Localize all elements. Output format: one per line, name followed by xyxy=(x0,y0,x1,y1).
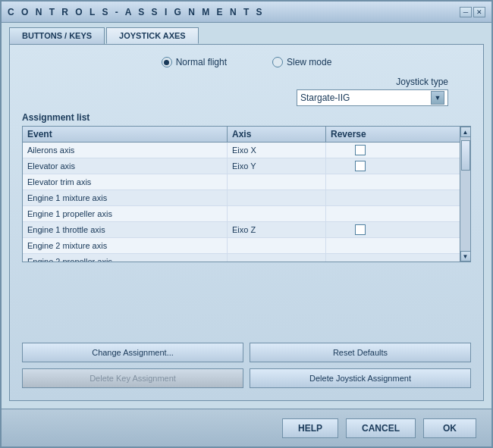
cell-reverse xyxy=(326,238,394,253)
cell-event: Engine 2 mixture axis xyxy=(23,238,228,253)
table-row[interactable]: Elevator trim axis xyxy=(23,174,460,190)
dropdown-arrow-icon[interactable]: ▼ xyxy=(431,91,444,105)
tab-joystick-axes[interactable]: JOYSTICK AXES xyxy=(106,27,199,44)
minimize-button[interactable]: ─ xyxy=(460,7,472,17)
cell-axis xyxy=(228,254,326,262)
close-button[interactable]: ✕ xyxy=(473,7,485,17)
joystick-type-value: Stargate-IIG xyxy=(300,92,350,103)
table-scrollbar[interactable]: ▲ ▼ xyxy=(460,127,470,262)
cell-reverse xyxy=(326,206,394,221)
delete-key-assignment-button[interactable]: Delete Key Assignment xyxy=(22,368,243,388)
cell-axis: Eixo X xyxy=(228,143,326,158)
normal-flight-label: Normal flight xyxy=(176,57,227,67)
help-button[interactable]: HELP xyxy=(282,418,338,438)
cell-axis xyxy=(228,206,326,221)
mode-selection: Normal flight Slew mode xyxy=(22,54,471,70)
assignment-list-label: Assignment list xyxy=(22,112,471,123)
content-area: Normal flight Slew mode Joystick type St… xyxy=(9,44,484,401)
assignment-table: Event Axis Reverse Ailerons axis Eixo X xyxy=(22,126,471,262)
cell-event: Elevator axis xyxy=(23,158,228,174)
title-bar: C O N T R O L S - A S S I G N M E N T S … xyxy=(2,2,491,23)
column-event: Event xyxy=(23,127,228,142)
bottom-bar: HELP CANCEL OK xyxy=(2,409,491,446)
table-row[interactable]: Ailerons axis Eixo X xyxy=(23,143,460,158)
table-row[interactable]: Engine 1 propeller axis xyxy=(23,206,460,222)
window-title: C O N T R O L S - A S S I G N M E N T S xyxy=(8,7,265,17)
table-content: Event Axis Reverse Ailerons axis Eixo X xyxy=(23,127,460,262)
cell-event: Engine 2 propeller axis xyxy=(23,254,228,262)
cell-event: Engine 1 mixture axis xyxy=(23,190,228,205)
cancel-button[interactable]: CANCEL xyxy=(346,418,416,438)
normal-flight-radio[interactable] xyxy=(162,57,172,67)
table-body: Ailerons axis Eixo X Elevator axis Eixo … xyxy=(23,143,460,262)
table-row[interactable]: Engine 2 mixture axis xyxy=(23,238,460,254)
table-row[interactable]: Engine 1 throttle axis Eixo Z xyxy=(23,222,460,238)
assignment-section: Assignment list Event Axis Reverse Ailer… xyxy=(22,112,471,334)
slew-mode-option[interactable]: Slew mode xyxy=(272,57,331,67)
cell-event: Elevator trim axis xyxy=(23,174,228,190)
table-row[interactable]: Elevator axis Eixo Y xyxy=(23,158,460,174)
reverse-checkbox[interactable] xyxy=(355,145,366,155)
column-axis: Axis xyxy=(228,127,326,142)
tab-buttons-keys[interactable]: BUTTONS / KEYS xyxy=(9,27,105,44)
cell-reverse xyxy=(326,222,394,237)
cell-event: Ailerons axis xyxy=(23,143,228,158)
scroll-up-icon[interactable]: ▲ xyxy=(460,127,471,137)
main-window: C O N T R O L S - A S S I G N M E N T S … xyxy=(0,0,493,448)
cell-reverse xyxy=(326,254,394,262)
cell-axis xyxy=(228,190,326,205)
cell-axis: Eixo Z xyxy=(228,222,326,237)
delete-joystick-assignment-button[interactable]: Delete Joystick Assignment xyxy=(250,368,471,388)
reset-defaults-button[interactable]: Reset Defaults xyxy=(250,343,471,362)
cell-axis xyxy=(228,238,326,253)
table-header: Event Axis Reverse xyxy=(23,127,460,143)
column-reverse: Reverse xyxy=(326,127,394,142)
cell-axis: Eixo Y xyxy=(228,158,326,174)
slew-mode-radio[interactable] xyxy=(272,57,283,67)
tab-bar: BUTTONS / KEYS JOYSTICK AXES xyxy=(2,23,491,44)
joystick-type-label: Joystick type xyxy=(396,77,448,87)
cell-event: Engine 1 throttle axis xyxy=(23,222,228,237)
table-row[interactable]: Engine 1 mixture axis xyxy=(23,190,460,206)
slew-mode-label: Slew mode xyxy=(287,57,331,67)
joystick-type-dropdown[interactable]: Stargate-IIG ▼ xyxy=(297,89,448,106)
joystick-type-section: Joystick type Stargate-IIG ▼ xyxy=(22,77,471,106)
scroll-track[interactable] xyxy=(460,137,470,251)
title-buttons: ─ ✕ xyxy=(460,7,485,17)
cell-event: Engine 1 propeller axis xyxy=(23,206,228,221)
ok-button[interactable]: OK xyxy=(423,418,476,438)
cell-reverse xyxy=(326,174,394,190)
change-assignment-button[interactable]: Change Assignment... xyxy=(22,343,243,362)
cell-reverse xyxy=(326,190,394,205)
scroll-down-icon[interactable]: ▼ xyxy=(460,251,471,262)
scroll-thumb[interactable] xyxy=(461,140,470,171)
table-row[interactable]: Engine 2 propeller axis xyxy=(23,254,460,262)
cell-axis xyxy=(228,174,326,190)
cell-reverse xyxy=(326,143,394,158)
normal-flight-option[interactable]: Normal flight xyxy=(162,57,227,67)
action-buttons: Change Assignment... Reset Defaults Dele… xyxy=(22,340,471,391)
reverse-checkbox[interactable] xyxy=(355,224,366,235)
reverse-checkbox[interactable] xyxy=(355,161,366,171)
cell-reverse xyxy=(326,158,394,174)
